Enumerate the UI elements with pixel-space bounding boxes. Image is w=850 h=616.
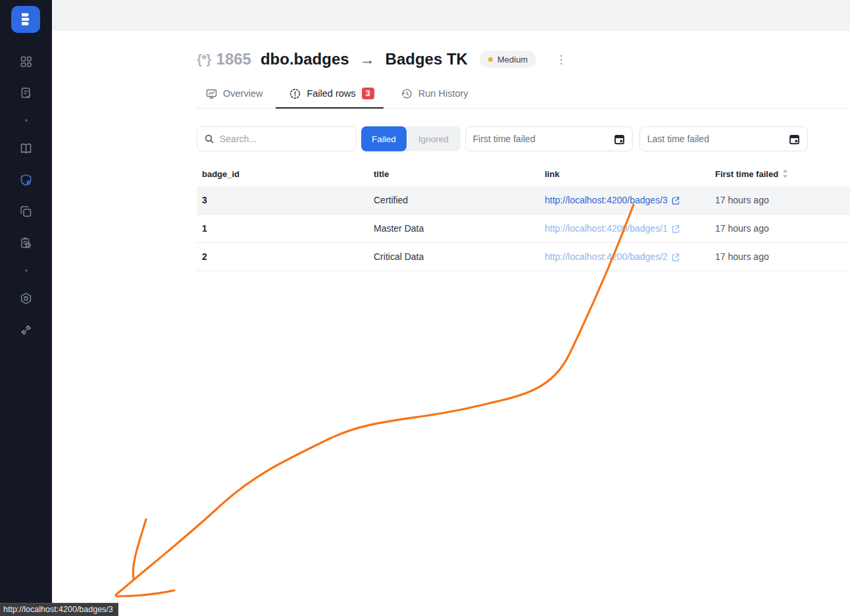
app-logo[interactable] [11, 6, 40, 33]
cell-first-time-failed: 17 hours ago [710, 251, 850, 262]
file-check-icon[interactable] [18, 85, 34, 101]
grid-icon[interactable] [18, 53, 34, 69]
kebab-menu-icon[interactable]: ⋮ [555, 54, 566, 65]
sidebar-divider-dot [25, 269, 28, 272]
sidebar [0, 0, 52, 616]
severity-label: Medium [497, 55, 528, 64]
app-window: {*} 1865 dbo.badges → Badges TK Medium ⋮… [0, 0, 850, 616]
table-row[interactable]: 3 Certified http://localhost:4200/badges… [197, 186, 850, 215]
check-id: 1865 [216, 50, 251, 68]
filter-ignored-button[interactable]: Ignored [407, 134, 461, 144]
badge-link-text: http://localhost:4200/badges/2 [545, 251, 668, 262]
check-name: Badges TK [386, 50, 468, 68]
external-link-icon [671, 253, 680, 261]
column-header-badge-id: badge_id [197, 169, 368, 179]
plug-icon[interactable] [18, 322, 34, 338]
clipboard-clock-icon[interactable] [18, 235, 34, 251]
table-header-row: badge_id title link First time failed [197, 161, 850, 186]
cell-first-time-failed: 17 hours ago [710, 223, 850, 234]
table-name: dbo.badges [261, 50, 349, 68]
calendar-icon[interactable] [614, 134, 625, 145]
first-time-failed-input[interactable] [473, 134, 609, 144]
external-link-icon [671, 196, 680, 205]
tab-overview[interactable]: Overview [205, 83, 264, 108]
column-header-title: title [368, 169, 539, 179]
cell-title: Critical Data [368, 251, 539, 262]
database-logo-icon [17, 11, 34, 28]
badge-link[interactable]: http://localhost:4200/badges/3 [545, 195, 680, 205]
book-icon[interactable] [18, 140, 34, 156]
search-input[interactable] [220, 134, 349, 144]
shield-star-icon[interactable] [18, 172, 34, 188]
tab-label: Run History [418, 88, 468, 99]
sidebar-divider-dot [25, 119, 28, 122]
tab-failed-rows[interactable]: Failed rows 3 [288, 83, 375, 108]
tab-label: Failed rows [307, 88, 355, 99]
arrow-right-icon: → [360, 51, 375, 68]
column-header-label: First time failed [715, 169, 778, 179]
cell-badge-id: 1 [197, 223, 368, 234]
check-type-icon: {*} [197, 51, 211, 67]
column-header-link: link [539, 169, 710, 179]
tab-bar: Overview Failed rows 3 Run History [197, 83, 850, 109]
alert-circle-icon [289, 88, 301, 99]
badge-link[interactable]: http://localhost:4200/badges/1 [545, 223, 680, 234]
history-clock-icon [401, 88, 413, 99]
table-row[interactable]: 2 Critical Data http://localhost:4200/ba… [197, 243, 850, 271]
table-row[interactable]: 1 Master Data http://localhost:4200/badg… [197, 215, 850, 243]
cell-title: Certified [368, 195, 539, 205]
tab-label: Overview [223, 88, 262, 99]
status-filter-segment: Failed Ignored [361, 126, 461, 151]
external-link-icon [671, 224, 680, 233]
copy-icon[interactable] [18, 203, 34, 219]
failed-rows-table: badge_id title link First time failed 3 … [197, 161, 850, 271]
tab-run-history[interactable]: Run History [400, 83, 470, 108]
link-status-bar: http://localhost:4200/badges/3 [0, 603, 118, 616]
badge-link[interactable]: http://localhost:4200/badges/2 [545, 251, 680, 262]
top-bar [52, 0, 850, 31]
severity-badge: Medium [480, 51, 536, 68]
cell-first-time-failed: 17 hours ago [710, 195, 850, 205]
failed-count-badge: 3 [362, 88, 374, 99]
cell-badge-id: 2 [197, 251, 368, 262]
calendar-icon[interactable] [789, 134, 800, 145]
last-time-failed-input[interactable] [647, 134, 784, 144]
main-content: {*} 1865 dbo.badges → Badges TK Medium ⋮… [52, 31, 850, 616]
badge-link-text: http://localhost:4200/badges/1 [545, 223, 668, 234]
badge-link-text: http://localhost:4200/badges/3 [545, 195, 668, 205]
hexagon-icon[interactable] [18, 290, 34, 306]
monitor-chart-icon [206, 88, 217, 99]
last-time-failed-field [639, 126, 808, 151]
search-field [197, 126, 357, 151]
column-header-first-time-failed[interactable]: First time failed [710, 169, 850, 179]
page-title: {*} 1865 dbo.badges → Badges TK Medium ⋮ [197, 48, 850, 70]
filter-failed-button[interactable]: Failed [361, 126, 407, 151]
first-time-failed-field [465, 126, 633, 151]
cell-badge-id: 3 [197, 195, 368, 205]
sort-icon[interactable] [782, 169, 788, 178]
search-icon [204, 134, 214, 144]
severity-dot-icon [488, 57, 493, 62]
filters-toolbar: Failed Ignored [197, 126, 850, 151]
cell-title: Master Data [368, 223, 539, 234]
